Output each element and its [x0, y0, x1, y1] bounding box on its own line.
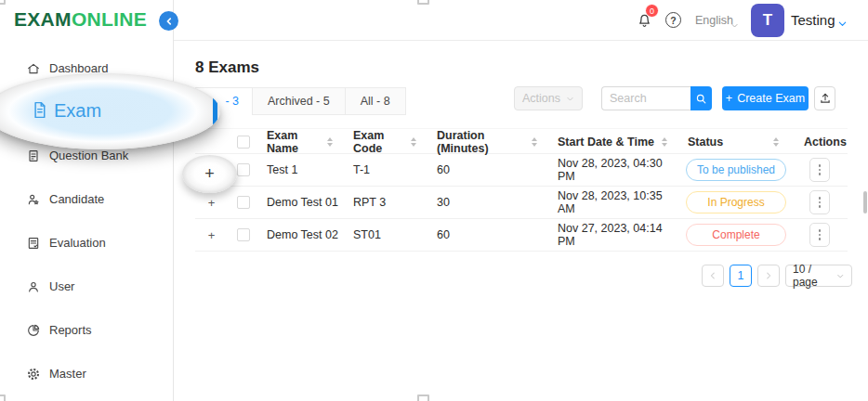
create-exam-label: Create Exam	[737, 92, 805, 105]
exams-table: Exam Name Exam Code Duration (Minutes) S…	[195, 128, 848, 252]
status-badge: In Progress	[686, 191, 786, 213]
exam-name: Test 1	[258, 163, 346, 176]
select-all-checkbox[interactable]	[237, 136, 250, 149]
tab-archived[interactable]: Archived - 5	[252, 87, 346, 115]
sidebar-collapse-button[interactable]	[159, 11, 178, 31]
notification-badge: 0	[645, 4, 659, 18]
pagination-next-button[interactable]	[757, 265, 780, 287]
sidebar-item-evaluation[interactable]: Evaluation	[0, 221, 173, 265]
expand-row-magnifier-highlight[interactable]: +	[182, 155, 237, 193]
column-header-duration[interactable]: Duration (Minutes)	[429, 129, 550, 155]
sidebar-item-label: Question Bank	[49, 149, 128, 162]
exam-code: RPT 3	[346, 196, 429, 209]
column-header-exam-name[interactable]: Exam Name	[258, 129, 346, 155]
exam-start-date: Nov 28, 2023, 10:35 AM	[550, 189, 680, 215]
sidebar-item-label: Evaluation	[49, 236, 106, 250]
exam-doc-icon	[30, 100, 49, 120]
exam-name: Demo Test 01	[258, 196, 346, 209]
chevron-down-icon[interactable]	[837, 16, 848, 32]
broken-image-icon	[0, 395, 6, 401]
expand-row-button[interactable]: +	[195, 228, 228, 242]
vertical-scrollbar[interactable]	[863, 191, 867, 213]
search-box	[601, 86, 712, 110]
actions-dropdown-button[interactable]: Actions	[514, 86, 583, 110]
row-actions-menu-button[interactable]	[809, 223, 830, 247]
home-icon	[26, 61, 41, 76]
sidebar-item-label: Master	[49, 367, 86, 381]
user-name[interactable]: Testing	[791, 12, 835, 28]
sidebar-item-label: Reports	[49, 323, 92, 337]
plus-icon: +	[726, 92, 732, 105]
row-actions-menu-button[interactable]	[809, 190, 830, 214]
sort-icon[interactable]	[662, 137, 667, 147]
chevron-left-icon	[708, 271, 717, 280]
table-row: + Demo Test 02 ST01 60 Nov 27, 2023, 04:…	[195, 219, 848, 252]
broken-image-icon	[417, 395, 429, 401]
status-badge: To be published	[686, 159, 786, 181]
exam-start-date: Nov 27, 2023, 04:14 PM	[550, 222, 680, 248]
row-checkbox[interactable]	[237, 228, 250, 241]
sort-icon[interactable]	[773, 137, 779, 147]
broken-image-icon	[417, 0, 429, 5]
chevron-left-icon	[164, 17, 174, 26]
exam-duration: 60	[429, 228, 550, 241]
table-row: + Test 1 T-1 60 Nov 28, 2023, 04:30 PM T…	[195, 154, 848, 187]
column-label: Duration (Minutes)	[437, 129, 532, 155]
column-label: Status	[688, 136, 723, 149]
pagination-page-1[interactable]: 1	[730, 265, 752, 287]
expand-row-button[interactable]: +	[195, 196, 228, 210]
exam-start-date: Nov 28, 2023, 04:30 PM	[550, 157, 680, 183]
exam-code: T-1	[346, 163, 429, 176]
column-header-exam-code[interactable]: Exam Code	[346, 129, 429, 155]
export-button[interactable]	[814, 86, 835, 110]
avatar[interactable]: T	[751, 4, 784, 37]
sidebar: EXAMONLINE Dashboard Exam Question Bank …	[0, 0, 174, 401]
logo-text-secondary: ONLINE	[72, 8, 147, 30]
sort-icon[interactable]	[411, 137, 416, 147]
sidebar-item-master[interactable]: Master	[0, 352, 173, 395]
column-header-actions: Actions	[792, 136, 848, 149]
row-actions-menu-button[interactable]	[809, 158, 830, 182]
sidebar-item-user[interactable]: User	[0, 265, 173, 308]
sidebar-item-label: Candidate	[49, 192, 104, 206]
pie-chart-icon	[26, 323, 41, 338]
exam-nav-magnifier-highlight[interactable]: Exam	[0, 73, 220, 149]
sidebar-item-reports[interactable]: Reports	[0, 308, 173, 352]
tab-all[interactable]: All - 8	[345, 87, 406, 115]
help-icon[interactable]: ?	[665, 12, 681, 28]
create-exam-button[interactable]: + Create Exam	[722, 86, 809, 110]
candidate-icon	[26, 192, 41, 207]
search-icon	[695, 93, 707, 105]
table-header-row: Exam Name Exam Code Duration (Minutes) S…	[195, 128, 848, 154]
page-size-value: 10 / page	[793, 263, 836, 289]
chevron-right-icon	[764, 271, 773, 280]
page-size-select[interactable]: 10 / page	[785, 265, 852, 287]
exam-duration: 30	[429, 196, 550, 209]
table-row: + Demo Test 01 RPT 3 30 Nov 28, 2023, 10…	[195, 187, 848, 219]
sort-icon[interactable]	[532, 137, 537, 147]
row-checkbox[interactable]	[237, 196, 250, 209]
chevron-down-icon	[566, 95, 574, 103]
page-title: 8 Exams	[195, 58, 259, 77]
search-button[interactable]	[690, 86, 712, 110]
pagination-prev-button[interactable]	[702, 265, 724, 287]
column-header-start-date[interactable]: Start Date & Time	[550, 136, 680, 149]
column-header-status[interactable]: Status	[680, 136, 792, 149]
broken-image-icon	[0, 0, 6, 5]
sort-icon[interactable]	[327, 137, 333, 147]
chevron-down-icon	[836, 272, 845, 280]
column-label: Exam Name	[267, 129, 327, 155]
sidebar-item-candidate[interactable]: Candidate	[0, 177, 173, 221]
gear-icon	[26, 367, 41, 382]
row-checkbox[interactable]	[237, 163, 250, 176]
exam-tabs: - 3 Archived - 5 All - 8	[195, 87, 406, 115]
exam-name: Demo Test 02	[258, 228, 346, 241]
logo-text-primary: EXAM	[14, 8, 72, 30]
exam-duration: 60	[429, 163, 550, 176]
chevron-down-icon	[730, 17, 739, 33]
app-root: EXAMONLINE Dashboard Exam Question Bank …	[0, 0, 868, 401]
question-bank-icon	[26, 149, 41, 163]
language-selector[interactable]: English	[695, 14, 733, 27]
search-input[interactable]	[601, 86, 690, 110]
status-badge: Complete	[686, 224, 786, 246]
